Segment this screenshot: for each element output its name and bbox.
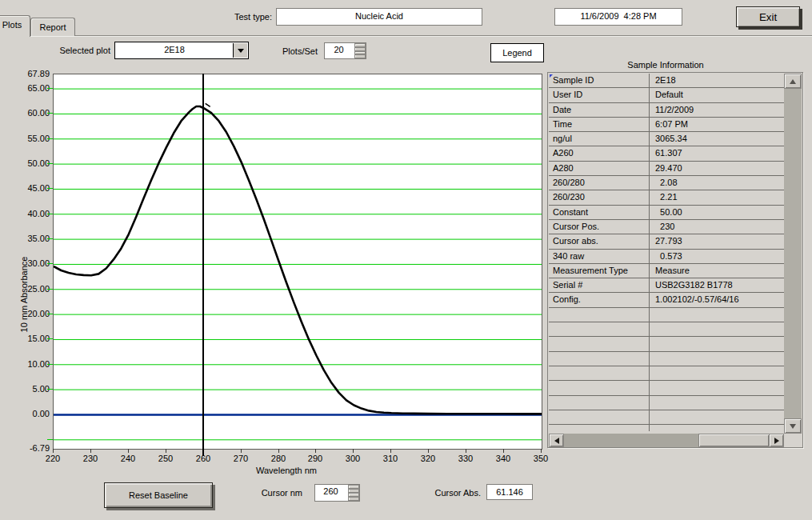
sample-info-label: ng/ul [549,132,650,146]
y-tick-label: 67.89 [6,69,50,78]
x-tick-mark [53,449,54,453]
spin-up-button[interactable] [354,43,366,51]
table-row: Sample ID2E18 [549,74,784,88]
y-tick-mark [47,289,53,290]
spectrum-plot [54,74,542,449]
sample-info-value: 230 [650,220,784,234]
x-tick-label: 280 [265,454,292,463]
sample-info-value: USB2G3182 B1778 [650,278,784,292]
table-row: Constant 50.00 [549,206,784,220]
dropdown-arrow-button[interactable] [233,43,247,58]
y-tick-mark [47,138,53,139]
sample-info-value [650,322,784,336]
sample-info-value: 61.307 [650,146,784,160]
sample-info-label [549,410,650,424]
spin-down-button[interactable] [348,493,359,501]
sample-info-label: Config. [549,293,650,306]
y-tick-label: 25.00 [6,284,50,294]
y-tick-mark [47,163,53,164]
table-row [549,337,784,351]
table-row: User IDDefault [549,88,784,102]
vertical-scrollbar[interactable] [784,74,802,434]
sample-info-value [650,410,784,424]
tab-plots[interactable]: Plots [0,15,30,37]
scroll-left-button[interactable] [549,434,564,447]
tab-report-label: Report [39,18,66,32]
horizontal-scrollbar[interactable] [549,434,784,447]
table-row: A26061.307 [549,146,784,161]
y-tick-mark [47,338,53,339]
x-tick-label: 290 [302,454,329,463]
x-tick-mark [466,449,466,453]
cursor-abs-field: 61.146 [486,484,533,500]
y-tick-label: 20.00 [6,309,50,318]
chevron-down-icon [238,49,244,53]
y-tick-label: 30.00 [6,258,50,268]
x-tick-mark [503,449,504,453]
x-tick-mark [315,449,316,453]
sample-info-value [650,381,784,394]
y-tick-label: -6.79 [6,443,50,453]
reset-baseline-button[interactable]: Reset Baseline [104,482,213,508]
plot-canvas[interactable] [53,74,542,450]
x-tick-mark [278,449,279,453]
spin-down-button[interactable] [354,51,366,59]
x-axis-title: Wavelength nm [206,466,366,475]
sample-info-label [549,352,650,366]
test-type-label: Test type: [204,12,272,22]
sample-info-label: A280 [549,162,650,175]
scroll-right-button[interactable] [769,434,784,447]
scroll-down-icon [790,424,796,429]
x-tick-label: 320 [414,454,442,463]
x-tick-mark [128,449,129,453]
spin-down-icon [355,54,365,55]
y-tick-mark [47,88,53,89]
table-row [549,352,784,366]
x-tick-label: 250 [152,454,179,463]
horizontal-scroll-thumb[interactable] [698,434,770,447]
sample-info-label [549,381,650,394]
scroll-left-icon [554,438,559,444]
x-tick-mark [241,449,242,453]
y-tick-mark [47,263,53,264]
y-tick-label: 40.00 [6,209,50,218]
spin-up-icon [355,46,365,48]
plots-per-set-spinner[interactable]: 20 [324,42,366,59]
sample-info-value: Measure [650,264,784,278]
x-tick-label: 220 [39,454,66,463]
tab-report[interactable]: Report [30,18,75,36]
scroll-up-button[interactable] [784,74,802,89]
spin-up-button[interactable] [348,485,359,493]
datetime-field: 11/6/2009 4:28 PM [554,8,682,26]
table-row [549,425,784,431]
selected-plot-value: 2E18 [115,45,234,54]
cursor-line[interactable] [202,74,204,456]
cursor-nm-spinner[interactable]: 260 [314,484,360,502]
tab-plots-label: Plots [2,16,22,30]
table-row: Time6:07 PM [549,118,784,132]
x-tick-mark [90,449,91,453]
spin-up-icon [349,488,358,490]
sample-info-value [650,352,784,366]
sample-info-label [549,396,650,410]
x-tick-label: 340 [490,454,517,463]
table-row: A28029.470 [549,162,784,176]
y-tick-label: 55.00 [6,134,50,143]
sample-info-value: 2E18 [650,74,784,87]
table-row [549,410,784,425]
tab-pane-edge-highlight [0,36,812,37]
sample-info-label: User ID [549,88,650,102]
sample-info-value: 1.002102/-0.57/64/16 [650,293,784,306]
legend-button[interactable]: Legend [490,43,544,62]
sample-info-value: 6:07 PM [650,118,784,131]
sample-info-label [549,366,650,380]
selected-plot-dropdown[interactable]: 2E18 [114,42,249,59]
table-row: Cursor abs.27.793 [549,234,784,249]
exit-button[interactable]: Exit [736,6,800,27]
scroll-down-button[interactable] [784,418,802,434]
sample-info-value: 29.470 [650,162,784,175]
x-tick-mark [353,449,354,453]
sample-info-value: Default [650,88,784,102]
sample-info-rows: Sample ID2E18User IDDefaultDate11/2/2009… [549,74,784,431]
sample-info-value: 11/2/2009 [650,103,784,117]
